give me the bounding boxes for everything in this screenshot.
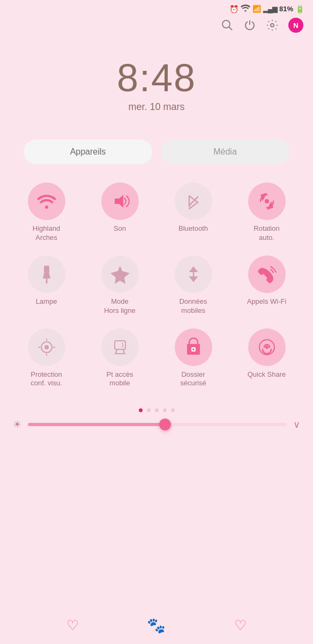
search-icon[interactable] [221,19,234,32]
qs-item-rotation[interactable]: Rotationauto. [231,178,302,247]
qs-label-bluetooth: Bluetooth [178,224,208,233]
qs-circle-sound [101,182,139,220]
qs-item-securefolder[interactable]: Dossiersécurisé [158,324,229,393]
clock-time: 8:48 [0,58,313,97]
svg-rect-14 [115,341,125,349]
qs-label-hotspot: Pt accèsmobile [107,370,133,389]
nav-heart-right[interactable]: ♡ [234,617,247,634]
qs-circle-quickshare [248,328,286,366]
svg-line-15 [116,349,117,354]
svg-line-16 [123,349,124,354]
page-dot-2 [147,408,151,412]
qs-circle-eyecomfort [28,328,65,366]
page-dot-4 [163,408,167,412]
settings-icon[interactable] [266,19,279,32]
qs-label-rotation: Rotationauto. [254,224,279,243]
svg-point-2 [271,24,274,27]
svg-point-19 [192,348,195,350]
battery-icon: 🔋 [295,5,304,13]
qs-item-hotspot[interactable]: Pt accèsmobile [84,324,155,393]
svg-point-3 [45,206,48,209]
qs-item-airplane[interactable]: ModeHors ligne [84,251,155,320]
qs-item-wifi[interactable]: HighlandArches [11,178,82,247]
qs-item-bluetooth[interactable]: Bluetooth [158,178,229,247]
top-icons-row: N [0,16,313,37]
nav-paw[interactable]: 🐾 [147,617,166,634]
qs-circle-rotation [248,182,286,220]
brightness-thumb[interactable] [159,419,171,430]
qs-circle-mobiledata [175,255,212,293]
alarm-icon: ⏰ [229,5,239,13]
wifi-status-icon [241,4,250,13]
brightness-icon: ☀ [13,419,21,430]
page-dot-3 [155,408,159,412]
qs-label-sound: Son [114,224,126,233]
qs-label-wificall: Appels Wi-Fi [247,297,287,306]
tab-media[interactable]: Média [161,140,289,164]
qs-circle-wifi [28,182,65,220]
brightness-row: ☀ ∨ [13,419,300,430]
power-icon[interactable] [243,19,256,32]
bottom-nav: ♡ 🐾 ♡ [0,606,313,644]
qs-item-wificall[interactable]: Appels Wi-Fi [231,251,302,320]
qs-item-torch[interactable]: Lampe [11,251,82,320]
clock-date: mer. 10 mars [0,101,313,113]
svg-line-1 [229,27,233,31]
avatar[interactable]: N [288,18,303,33]
svg-point-9 [44,345,49,349]
page-dot-5 [171,408,175,412]
brightness-area: ☀ ∨ [0,398,313,439]
quick-settings-grid: HighlandArches Son Bluetooth [0,173,313,398]
svg-marker-4 [115,195,123,208]
tab-row: Appareils Média [0,123,313,173]
call-icon: 📶 [252,5,261,13]
tab-devices[interactable]: Appareils [24,140,152,164]
signal-icon: ▂▄▆ [263,5,277,13]
page-dot-1 [139,408,143,412]
status-icons: ⏰ 📶 ▂▄▆ 81% 🔋 [229,4,304,13]
qs-item-sound[interactable]: Son [84,178,155,247]
qs-circle-airplane [101,255,139,293]
page-dots [13,408,300,412]
svg-rect-6 [44,266,49,273]
qs-label-securefolder: Dossiersécurisé [180,370,206,389]
nav-heart-left[interactable]: ♡ [66,617,79,634]
qs-circle-bluetooth [175,182,212,220]
brightness-expand-icon[interactable]: ∨ [293,419,300,430]
qs-item-quickshare[interactable]: Quick Share [231,324,302,393]
qs-label-airplane: ModeHors ligne [104,297,136,316]
qs-circle-wificall [248,255,286,293]
battery-text: 81% [279,5,293,13]
svg-point-5 [265,199,269,203]
qs-item-eyecomfort[interactable]: Protectionconf. visu. [11,324,82,393]
qs-label-wifi: HighlandArches [33,224,60,243]
qs-label-torch: Lampe [36,297,57,306]
qs-label-eyecomfort: Protectionconf. visu. [31,370,62,389]
qs-label-mobiledata: Donnéesmobiles [179,297,207,316]
qs-circle-hotspot [101,328,139,366]
qs-label-quickshare: Quick Share [248,370,286,379]
qs-circle-torch [28,255,65,293]
status-bar: ⏰ 📶 ▂▄▆ 81% 🔋 [0,0,313,16]
qs-circle-securefolder [175,328,212,366]
qs-item-mobiledata[interactable]: Donnéesmobiles [158,251,229,320]
svg-point-21 [265,346,269,349]
clock-area: 8:48 mer. 10 mars [0,37,313,123]
brightness-track[interactable] [28,423,287,426]
svg-point-0 [222,20,230,28]
